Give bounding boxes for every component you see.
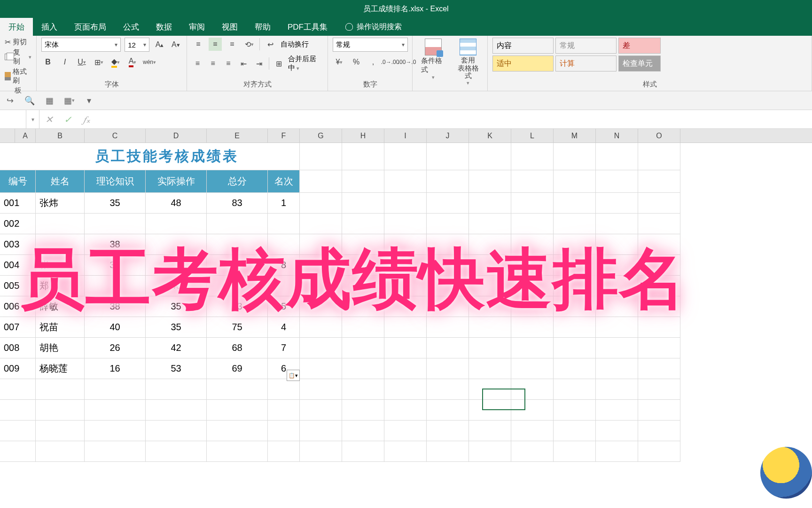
cell[interactable] bbox=[342, 421, 384, 441]
cell[interactable] bbox=[207, 379, 268, 400]
cell[interactable] bbox=[554, 421, 596, 441]
cell[interactable] bbox=[268, 441, 300, 462]
cell[interactable] bbox=[596, 421, 638, 441]
cell[interactable] bbox=[427, 379, 469, 400]
decrease-decimal-button[interactable]: .00→.0 bbox=[400, 56, 414, 69]
cell[interactable] bbox=[511, 400, 554, 421]
cell[interactable] bbox=[554, 214, 596, 234]
underline-button[interactable]: U bbox=[75, 56, 88, 69]
select-all-corner[interactable] bbox=[0, 129, 15, 143]
cell-total[interactable] bbox=[207, 214, 268, 234]
cell-theory[interactable]: 26 bbox=[85, 338, 146, 358]
cell[interactable] bbox=[300, 143, 342, 170]
qat-button-1[interactable]: ▦ bbox=[43, 95, 55, 107]
cell[interactable] bbox=[85, 441, 146, 462]
name-box[interactable] bbox=[0, 110, 26, 128]
insert-function-button[interactable]: 𝑓ₓ bbox=[77, 110, 96, 128]
cell[interactable] bbox=[469, 193, 511, 214]
cell[interactable] bbox=[511, 170, 554, 193]
cell[interactable] bbox=[511, 338, 554, 358]
col-header-F[interactable]: F bbox=[268, 129, 300, 143]
cell[interactable] bbox=[36, 400, 85, 421]
align-left-button[interactable]: ≡ bbox=[192, 57, 203, 70]
cell[interactable] bbox=[554, 170, 596, 193]
cell[interactable] bbox=[300, 400, 342, 421]
cell[interactable] bbox=[342, 170, 384, 193]
align-right-button[interactable]: ≡ bbox=[223, 57, 234, 70]
cell[interactable] bbox=[638, 441, 680, 462]
cell[interactable] bbox=[427, 400, 469, 421]
cell-total[interactable]: 83 bbox=[207, 193, 268, 214]
align-middle-button[interactable]: ≡ bbox=[209, 38, 222, 51]
comma-button[interactable]: , bbox=[367, 56, 380, 69]
cell-id[interactable]: 009 bbox=[0, 358, 36, 379]
cell[interactable] bbox=[511, 214, 554, 234]
cell[interactable] bbox=[342, 441, 384, 462]
cell-name[interactable]: 杨晓莲 bbox=[36, 358, 85, 379]
cell[interactable] bbox=[596, 441, 638, 462]
hdr-theory[interactable]: 理论知识 bbox=[85, 170, 146, 193]
tell-me-search[interactable]: 操作说明搜索 bbox=[345, 18, 402, 36]
cell[interactable] bbox=[469, 379, 511, 400]
italic-button[interactable]: I bbox=[58, 56, 71, 69]
cell[interactable] bbox=[384, 400, 427, 421]
style-calc[interactable]: 计算 bbox=[555, 56, 617, 71]
table-title-cell[interactable]: 员工技能考核成绩表 bbox=[0, 143, 300, 170]
cell[interactable] bbox=[300, 441, 342, 462]
cell-total[interactable]: 68 bbox=[207, 338, 268, 358]
tab-pdf-tools[interactable]: PDF工具集 bbox=[279, 18, 336, 36]
cancel-formula-button[interactable]: ✕ bbox=[39, 110, 58, 128]
cut-button[interactable]: 剪切 bbox=[5, 38, 31, 47]
cell[interactable] bbox=[554, 193, 596, 214]
cell-name[interactable]: 胡艳 bbox=[36, 338, 85, 358]
phonetic-button[interactable]: wén bbox=[143, 56, 156, 69]
cell[interactable] bbox=[342, 358, 384, 379]
cell[interactable] bbox=[469, 170, 511, 193]
cell[interactable] bbox=[300, 421, 342, 441]
increase-indent-button[interactable]: ⇥ bbox=[253, 57, 265, 70]
cell-practice[interactable] bbox=[146, 214, 207, 234]
align-bottom-button[interactable]: ≡ bbox=[226, 38, 239, 51]
cell[interactable] bbox=[384, 214, 427, 234]
cell[interactable] bbox=[554, 143, 596, 170]
col-header-B[interactable]: B bbox=[36, 129, 85, 143]
style-check[interactable]: 检查单元 bbox=[618, 56, 661, 71]
col-header-H[interactable]: H bbox=[342, 129, 384, 143]
cell[interactable] bbox=[554, 441, 596, 462]
cell[interactable] bbox=[384, 358, 427, 379]
cell[interactable] bbox=[469, 358, 511, 379]
tab-help[interactable]: 帮助 bbox=[246, 18, 279, 36]
cell[interactable] bbox=[146, 441, 207, 462]
cell[interactable] bbox=[638, 143, 680, 170]
merge-center-button[interactable]: 合并后居中 bbox=[288, 55, 323, 72]
cell[interactable] bbox=[207, 441, 268, 462]
conditional-format-button[interactable]: 条件格式 bbox=[417, 38, 449, 81]
percent-button[interactable]: % bbox=[350, 56, 363, 69]
cell[interactable] bbox=[300, 214, 342, 234]
cell-theory[interactable]: 35 bbox=[85, 193, 146, 214]
cell[interactable] bbox=[638, 338, 680, 358]
cell[interactable] bbox=[469, 214, 511, 234]
qat-button-2[interactable]: ▦ bbox=[63, 95, 75, 107]
cell[interactable] bbox=[427, 143, 469, 170]
cell-practice[interactable]: 42 bbox=[146, 338, 207, 358]
cell[interactable] bbox=[268, 379, 300, 400]
cell[interactable] bbox=[511, 379, 554, 400]
format-as-table-button[interactable]: 套用 表格格式 bbox=[452, 38, 484, 87]
increase-font-button[interactable]: A▴ bbox=[153, 38, 165, 51]
format-painter-button[interactable]: 格式刷 bbox=[5, 67, 31, 85]
cell[interactable] bbox=[596, 143, 638, 170]
col-header-A[interactable]: A bbox=[15, 129, 36, 143]
cell[interactable] bbox=[146, 421, 207, 441]
cell[interactable] bbox=[638, 214, 680, 234]
cell[interactable] bbox=[596, 170, 638, 193]
cell[interactable] bbox=[469, 338, 511, 358]
cell-name[interactable]: 张炜 bbox=[36, 193, 85, 214]
col-header-M[interactable]: M bbox=[554, 129, 596, 143]
border-button[interactable]: ⊞ bbox=[92, 56, 105, 69]
copy-button[interactable]: 复制 bbox=[5, 48, 31, 66]
cell[interactable] bbox=[511, 193, 554, 214]
wrap-text-button[interactable]: 自动换行 bbox=[281, 40, 309, 49]
cell[interactable] bbox=[469, 441, 511, 462]
formula-input[interactable] bbox=[96, 110, 812, 128]
